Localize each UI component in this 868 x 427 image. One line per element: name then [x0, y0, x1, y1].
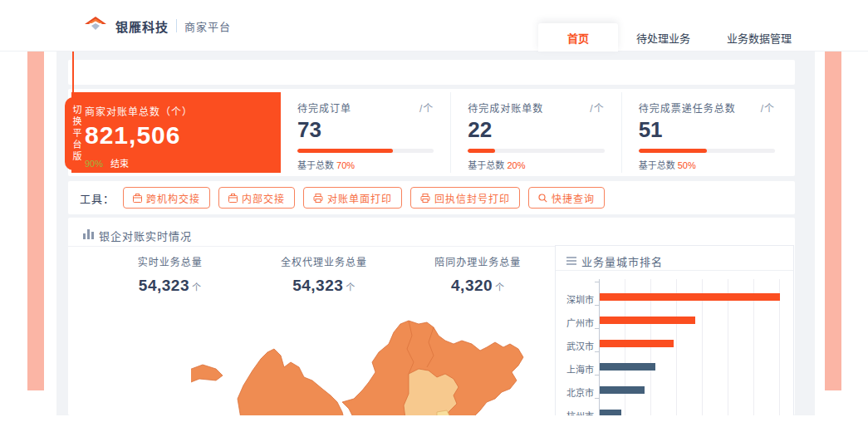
bar-label-杭州市: 杭州市	[557, 409, 594, 415]
printer-icon	[313, 194, 323, 203]
bar-label-广州市: 广州市	[557, 316, 594, 329]
stat-progress-track	[468, 149, 604, 153]
metric-value: 54,323个	[247, 277, 400, 295]
primary-stat-footer: 90% 结束	[85, 156, 267, 169]
china-map	[191, 319, 548, 415]
top-nav-tabs: 首页待处理业务业务数据管理	[538, 23, 810, 52]
tool-button-label: 快捷查询	[552, 191, 595, 205]
chart-axis-tick	[595, 305, 599, 306]
metric-unit: 个	[495, 282, 505, 292]
metric-unit: 个	[192, 282, 202, 292]
realtime-metrics: 实时业务总量54,323个全权代理业务总量54,323个陪同办理业务总量4,32…	[93, 254, 555, 295]
chart-axis-tick	[595, 328, 599, 329]
bar-label-武汉市: 武汉市	[557, 339, 594, 352]
brand-product: 商家平台	[184, 18, 231, 34]
realtime-section-title-row: 银企对账实时情况	[83, 228, 192, 243]
metric: 全权代理业务总量54,323个	[247, 254, 400, 295]
metric-label: 陪同办理业务总量	[401, 254, 555, 268]
stat-caption-label: 基于总数	[468, 160, 507, 170]
bar-chart-icon	[83, 229, 94, 242]
stat-card-caption: 基于总数 50%	[639, 158, 775, 171]
stat-card-caption: 基于总数 70%	[297, 158, 434, 171]
tool-button-跨机构交接[interactable]: 跨机构交接	[123, 187, 210, 209]
primary-stat-card: 商家对账单总数（个） 821,506 90% 结束	[71, 92, 281, 173]
bar-北京市	[600, 386, 645, 394]
city-ranking-box: 业务量城市排名 深圳市广州市武汉市上海市北京市杭州市	[555, 245, 794, 415]
stat-card-title: 待完成订单	[297, 101, 351, 115]
stat-card-header: 待完成票递任务总数/个	[639, 101, 775, 115]
stat-card: 待完成票递任务总数/个51基于总数 50%	[621, 92, 792, 173]
stat-progress-fill	[468, 149, 495, 153]
stat-caption-percent: 70%	[336, 160, 355, 170]
bar-武汉市	[600, 340, 674, 347]
brand-company: 银雁科技	[115, 17, 169, 35]
stat-caption-percent: 20%	[507, 160, 525, 170]
app-header: 银雁科技 商家平台 首页待处理业务业务数据管理	[0, 0, 868, 52]
bar-杭州市	[600, 410, 621, 415]
stat-card-value: 51	[639, 117, 775, 143]
stat-card-header: 待完成对账单数/个	[468, 101, 604, 115]
stat-card: 待完成对账单数/个22基于总数 20%	[450, 92, 620, 173]
stat-card-unit: /个	[419, 101, 434, 115]
metric-value: 54,323个	[93, 277, 247, 295]
tools-label: 工具：	[80, 190, 115, 206]
stat-card-unit: /个	[590, 101, 604, 115]
ranking-title: 业务量城市排名	[581, 253, 663, 269]
transfer-icon	[228, 194, 238, 203]
left-pink-strip	[27, 52, 44, 390]
tool-button-快捷查询[interactable]: 快捷查询	[528, 187, 605, 209]
bar-深圳市	[600, 293, 780, 301]
bar-label-上海市: 上海市	[557, 362, 594, 375]
stat-progress-track	[297, 149, 434, 153]
stat-card-caption: 基于总数 20%	[468, 158, 604, 171]
tool-button-label: 对账单面打印	[327, 191, 392, 205]
brand: 银雁科技 商家平台	[83, 0, 231, 52]
top-white-bar	[68, 60, 795, 85]
dashboard-page: 银雁科技 商家平台 首页待处理业务业务数据管理 切换平台版 商家对账单总数（个）…	[0, 0, 868, 427]
search-icon	[538, 194, 547, 203]
stat-card: 待完成订单/个73基于总数 70%	[281, 92, 450, 173]
switch-platform-tag[interactable]: 切换平台版	[65, 97, 81, 170]
printer-icon	[420, 194, 430, 203]
right-pink-strip	[825, 52, 841, 390]
bar-广州市	[600, 317, 695, 324]
primary-stat-percent-label: 结束	[110, 159, 129, 169]
metric-unit: 个	[346, 282, 356, 292]
tab-首页[interactable]: 首页	[538, 23, 618, 52]
metric: 实时业务总量54,323个	[93, 254, 247, 295]
tab-业务数据管理[interactable]: 业务数据管理	[709, 23, 810, 52]
tool-button-label: 回执信封号打印	[434, 191, 510, 205]
chart-axis-tick	[595, 351, 599, 352]
stat-card-header: 待完成订单/个	[297, 101, 434, 115]
stat-progress-fill	[297, 149, 393, 153]
tool-button-内部交接[interactable]: 内部交接	[218, 187, 295, 209]
tools-row: 工具： 跨机构交接内部交接对账单面打印回执信封号打印快捷查询	[68, 181, 795, 214]
primary-stat-value: 821,506	[85, 121, 267, 150]
metric-value: 4,320个	[401, 277, 555, 295]
ranking-title-row: 业务量城市排名	[566, 253, 663, 269]
bar-上海市	[600, 363, 655, 371]
metric-label: 实时业务总量	[93, 254, 247, 268]
tool-button-对账单面打印[interactable]: 对账单面打印	[303, 187, 402, 209]
stat-card-unit: /个	[761, 101, 775, 115]
city-ranking-chart: 深圳市广州市武汉市上海市北京市杭州市	[556, 271, 793, 415]
stat-card-value: 22	[468, 117, 604, 143]
stat-card-title: 待完成票递任务总数	[639, 101, 736, 115]
stat-card-title: 待完成对账单数	[468, 101, 543, 115]
primary-stat-percent: 90%	[85, 159, 103, 169]
brand-divider	[176, 19, 177, 32]
stat-card-value: 73	[297, 117, 434, 143]
chart-axis-tick	[595, 398, 599, 399]
chart-axis-tick	[595, 375, 599, 375]
main-panel: 银企对账实时情况 实时业务总量54,323个全权代理业务总量54,323个陪同办…	[68, 218, 795, 415]
stat-caption-label: 基于总数	[297, 160, 336, 170]
logo-icon	[83, 14, 108, 37]
stat-progress-fill	[639, 149, 707, 153]
side-tag-line	[72, 52, 74, 98]
stat-caption-label: 基于总数	[639, 160, 678, 170]
tab-待处理业务[interactable]: 待处理业务	[618, 23, 709, 52]
tool-button-回执信封号打印[interactable]: 回执信封号打印	[410, 187, 520, 209]
metric-label: 全权代理业务总量	[247, 254, 400, 268]
transfer-icon	[133, 194, 142, 203]
section-divider	[68, 246, 555, 247]
